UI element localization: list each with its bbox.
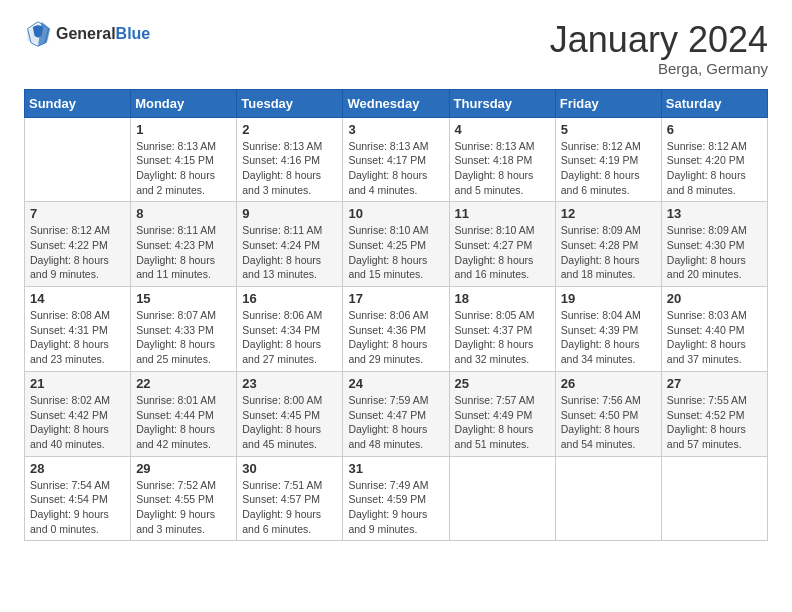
day-number: 15 <box>136 291 231 306</box>
day-info: Sunrise: 8:03 AMSunset: 4:40 PMDaylight:… <box>667 308 762 367</box>
day-number: 1 <box>136 122 231 137</box>
day-info: Sunrise: 7:56 AMSunset: 4:50 PMDaylight:… <box>561 393 656 452</box>
day-info: Sunrise: 8:00 AMSunset: 4:45 PMDaylight:… <box>242 393 337 452</box>
day-info: Sunrise: 8:01 AMSunset: 4:44 PMDaylight:… <box>136 393 231 452</box>
day-number: 22 <box>136 376 231 391</box>
calendar-cell: 8Sunrise: 8:11 AMSunset: 4:23 PMDaylight… <box>131 202 237 287</box>
day-number: 11 <box>455 206 550 221</box>
calendar-cell: 26Sunrise: 7:56 AMSunset: 4:50 PMDayligh… <box>555 371 661 456</box>
day-number: 3 <box>348 122 443 137</box>
title-block: January 2024 Berga, Germany <box>550 20 768 77</box>
day-info: Sunrise: 7:52 AMSunset: 4:55 PMDaylight:… <box>136 478 231 537</box>
calendar-cell: 20Sunrise: 8:03 AMSunset: 4:40 PMDayligh… <box>661 287 767 372</box>
day-info: Sunrise: 8:09 AMSunset: 4:28 PMDaylight:… <box>561 223 656 282</box>
day-number: 14 <box>30 291 125 306</box>
day-number: 24 <box>348 376 443 391</box>
day-info: Sunrise: 7:57 AMSunset: 4:49 PMDaylight:… <box>455 393 550 452</box>
calendar-cell: 14Sunrise: 8:08 AMSunset: 4:31 PMDayligh… <box>25 287 131 372</box>
day-number: 2 <box>242 122 337 137</box>
day-info: Sunrise: 8:02 AMSunset: 4:42 PMDaylight:… <box>30 393 125 452</box>
calendar-cell <box>25 117 131 202</box>
day-info: Sunrise: 8:12 AMSunset: 4:19 PMDaylight:… <box>561 139 656 198</box>
day-number: 6 <box>667 122 762 137</box>
day-number: 9 <box>242 206 337 221</box>
day-info: Sunrise: 8:08 AMSunset: 4:31 PMDaylight:… <box>30 308 125 367</box>
location: Berga, Germany <box>550 60 768 77</box>
calendar-cell: 15Sunrise: 8:07 AMSunset: 4:33 PMDayligh… <box>131 287 237 372</box>
calendar-week-row: 7Sunrise: 8:12 AMSunset: 4:22 PMDaylight… <box>25 202 768 287</box>
calendar-cell: 23Sunrise: 8:00 AMSunset: 4:45 PMDayligh… <box>237 371 343 456</box>
calendar-cell: 5Sunrise: 8:12 AMSunset: 4:19 PMDaylight… <box>555 117 661 202</box>
calendar-cell: 24Sunrise: 7:59 AMSunset: 4:47 PMDayligh… <box>343 371 449 456</box>
calendar-week-row: 14Sunrise: 8:08 AMSunset: 4:31 PMDayligh… <box>25 287 768 372</box>
day-info: Sunrise: 8:13 AMSunset: 4:16 PMDaylight:… <box>242 139 337 198</box>
day-number: 18 <box>455 291 550 306</box>
calendar-cell: 17Sunrise: 8:06 AMSunset: 4:36 PMDayligh… <box>343 287 449 372</box>
day-number: 20 <box>667 291 762 306</box>
logo-icon <box>24 20 52 48</box>
day-header-monday: Monday <box>131 89 237 117</box>
day-info: Sunrise: 8:10 AMSunset: 4:27 PMDaylight:… <box>455 223 550 282</box>
calendar-cell: 21Sunrise: 8:02 AMSunset: 4:42 PMDayligh… <box>25 371 131 456</box>
day-number: 7 <box>30 206 125 221</box>
calendar-cell: 2Sunrise: 8:13 AMSunset: 4:16 PMDaylight… <box>237 117 343 202</box>
logo-general: General <box>56 25 116 42</box>
calendar-cell: 3Sunrise: 8:13 AMSunset: 4:17 PMDaylight… <box>343 117 449 202</box>
day-number: 23 <box>242 376 337 391</box>
day-number: 10 <box>348 206 443 221</box>
day-info: Sunrise: 7:49 AMSunset: 4:59 PMDaylight:… <box>348 478 443 537</box>
day-info: Sunrise: 8:10 AMSunset: 4:25 PMDaylight:… <box>348 223 443 282</box>
day-info: Sunrise: 8:11 AMSunset: 4:24 PMDaylight:… <box>242 223 337 282</box>
day-header-saturday: Saturday <box>661 89 767 117</box>
calendar-cell <box>661 456 767 541</box>
day-info: Sunrise: 8:11 AMSunset: 4:23 PMDaylight:… <box>136 223 231 282</box>
day-number: 19 <box>561 291 656 306</box>
calendar-cell: 10Sunrise: 8:10 AMSunset: 4:25 PMDayligh… <box>343 202 449 287</box>
day-info: Sunrise: 8:07 AMSunset: 4:33 PMDaylight:… <box>136 308 231 367</box>
calendar-cell: 4Sunrise: 8:13 AMSunset: 4:18 PMDaylight… <box>449 117 555 202</box>
calendar-cell: 22Sunrise: 8:01 AMSunset: 4:44 PMDayligh… <box>131 371 237 456</box>
day-number: 31 <box>348 461 443 476</box>
calendar-week-row: 21Sunrise: 8:02 AMSunset: 4:42 PMDayligh… <box>25 371 768 456</box>
calendar-cell: 12Sunrise: 8:09 AMSunset: 4:28 PMDayligh… <box>555 202 661 287</box>
day-info: Sunrise: 8:13 AMSunset: 4:15 PMDaylight:… <box>136 139 231 198</box>
calendar-cell: 11Sunrise: 8:10 AMSunset: 4:27 PMDayligh… <box>449 202 555 287</box>
day-info: Sunrise: 8:04 AMSunset: 4:39 PMDaylight:… <box>561 308 656 367</box>
day-header-friday: Friday <box>555 89 661 117</box>
day-info: Sunrise: 8:09 AMSunset: 4:30 PMDaylight:… <box>667 223 762 282</box>
calendar-cell: 13Sunrise: 8:09 AMSunset: 4:30 PMDayligh… <box>661 202 767 287</box>
calendar-cell <box>449 456 555 541</box>
calendar-cell: 25Sunrise: 7:57 AMSunset: 4:49 PMDayligh… <box>449 371 555 456</box>
day-header-sunday: Sunday <box>25 89 131 117</box>
day-info: Sunrise: 8:12 AMSunset: 4:22 PMDaylight:… <box>30 223 125 282</box>
day-header-tuesday: Tuesday <box>237 89 343 117</box>
calendar-cell: 19Sunrise: 8:04 AMSunset: 4:39 PMDayligh… <box>555 287 661 372</box>
calendar-cell <box>555 456 661 541</box>
day-number: 21 <box>30 376 125 391</box>
day-info: Sunrise: 8:05 AMSunset: 4:37 PMDaylight:… <box>455 308 550 367</box>
day-number: 25 <box>455 376 550 391</box>
calendar-cell: 9Sunrise: 8:11 AMSunset: 4:24 PMDaylight… <box>237 202 343 287</box>
day-number: 28 <box>30 461 125 476</box>
day-number: 17 <box>348 291 443 306</box>
day-info: Sunrise: 7:54 AMSunset: 4:54 PMDaylight:… <box>30 478 125 537</box>
day-number: 8 <box>136 206 231 221</box>
day-number: 29 <box>136 461 231 476</box>
calendar-week-row: 28Sunrise: 7:54 AMSunset: 4:54 PMDayligh… <box>25 456 768 541</box>
calendar-cell: 31Sunrise: 7:49 AMSunset: 4:59 PMDayligh… <box>343 456 449 541</box>
day-number: 13 <box>667 206 762 221</box>
day-info: Sunrise: 8:12 AMSunset: 4:20 PMDaylight:… <box>667 139 762 198</box>
calendar-table: SundayMondayTuesdayWednesdayThursdayFrid… <box>24 89 768 542</box>
calendar-cell: 1Sunrise: 8:13 AMSunset: 4:15 PMDaylight… <box>131 117 237 202</box>
day-info: Sunrise: 8:13 AMSunset: 4:17 PMDaylight:… <box>348 139 443 198</box>
logo-blue: Blue <box>116 25 151 42</box>
calendar-header-row: SundayMondayTuesdayWednesdayThursdayFrid… <box>25 89 768 117</box>
calendar-cell: 16Sunrise: 8:06 AMSunset: 4:34 PMDayligh… <box>237 287 343 372</box>
calendar-week-row: 1Sunrise: 8:13 AMSunset: 4:15 PMDaylight… <box>25 117 768 202</box>
day-number: 26 <box>561 376 656 391</box>
day-info: Sunrise: 7:59 AMSunset: 4:47 PMDaylight:… <box>348 393 443 452</box>
day-number: 16 <box>242 291 337 306</box>
day-number: 27 <box>667 376 762 391</box>
day-info: Sunrise: 8:06 AMSunset: 4:34 PMDaylight:… <box>242 308 337 367</box>
page-header: GeneralBlue January 2024 Berga, Germany <box>24 20 768 77</box>
